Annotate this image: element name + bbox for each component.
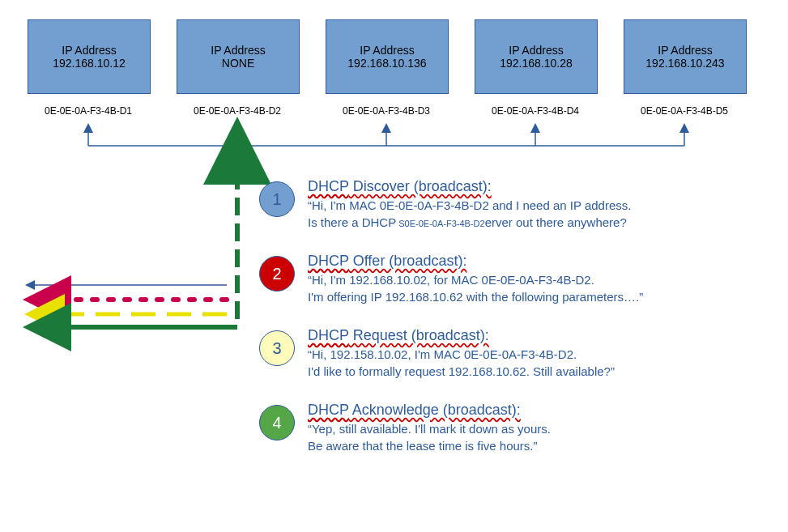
host-mac-3: 0E-0E-0A-F3-4B-D3: [326, 105, 447, 117]
host-ip-label: IP Address: [509, 44, 563, 57]
step-4: 4 DHCP Acknowledge (broadcast): “Yep, st…: [259, 400, 551, 454]
host-box-5: IP Address 192.168.10.243: [624, 19, 747, 94]
step-title: DHCP Request (broadcast):: [308, 326, 615, 345]
step-line: Be aware that the lease time is five hou…: [308, 438, 551, 454]
step-text-1: DHCP Discover (broadcast): “Hi, I'm MAC …: [308, 177, 631, 231]
host-ip: 192.168.10.12: [53, 57, 126, 70]
step-badge-2: 2: [259, 256, 295, 292]
step-line: “Yep, still available. I'll mark it down…: [308, 421, 551, 437]
host-box-1: IP Address 192.168.10.12: [28, 19, 151, 94]
step-line: Is there a DHCP S0E-0E-0A-F3-4B-D2erver …: [308, 215, 631, 231]
step-line: “Hi, I'm MAC 0E-0E-0A-F3-4B-D2 and I nee…: [308, 198, 631, 214]
host-box-2: IP Address NONE: [177, 19, 300, 94]
step-line: I'm offering IP 192.168.10.62 with the f…: [308, 289, 643, 305]
host-ip: 192.168.10.136: [347, 57, 426, 70]
step-text-2: DHCP Offer (broadcast): “Hi, I'm 192.168…: [308, 251, 643, 305]
step-3: 3 DHCP Request (broadcast): “Hi, 192.158…: [259, 326, 615, 380]
step-text-4: DHCP Acknowledge (broadcast): “Yep, stil…: [308, 400, 551, 454]
host-box-4: IP Address 192.168.10.28: [475, 19, 598, 94]
step-line: “Hi, I'm 192.168.10.02, for MAC 0E-0E-0A…: [308, 272, 643, 288]
step-title: DHCP Offer (broadcast):: [308, 251, 643, 270]
step-badge-1: 1: [259, 181, 295, 217]
step-1: 1 DHCP Discover (broadcast): “Hi, I'm MA…: [259, 177, 631, 231]
host-mac-1: 0E-0E-0A-F3-4B-D1: [28, 105, 149, 117]
step-line: I'd like to formally request 192.168.10.…: [308, 364, 615, 380]
step-title: DHCP Discover (broadcast):: [308, 177, 631, 196]
host-ip-label: IP Address: [360, 44, 414, 57]
step-2: 2 DHCP Offer (broadcast): “Hi, I'm 192.1…: [259, 251, 643, 305]
step-line: “Hi, 192.158.10.02, I'm MAC 0E-0E-0A-F3-…: [308, 347, 615, 363]
step-text-3: DHCP Request (broadcast): “Hi, 192.158.1…: [308, 326, 615, 380]
host-ip: 192.168.10.28: [500, 57, 573, 70]
step-badge-4: 4: [259, 405, 295, 440]
host-mac-4: 0E-0E-0A-F3-4B-D4: [475, 105, 596, 117]
dhcp-diagram: IP Address 192.168.10.12 0E-0E-0A-F3-4B-…: [0, 0, 788, 532]
host-mac-5: 0E-0E-0A-F3-4B-D5: [624, 105, 745, 117]
host-ip-label: IP Address: [62, 44, 116, 57]
host-box-3: IP Address 192.168.10.136: [326, 19, 449, 94]
host-ip: NONE: [222, 57, 254, 70]
host-ip-label: IP Address: [658, 44, 712, 57]
host-mac-2: 0E-0E-0A-F3-4B-D2: [177, 105, 298, 117]
host-ip: 192.168.10.243: [645, 57, 724, 70]
host-ip-label: IP Address: [211, 44, 265, 57]
step-title: DHCP Acknowledge (broadcast):: [308, 400, 551, 419]
step-badge-3: 3: [259, 330, 295, 366]
